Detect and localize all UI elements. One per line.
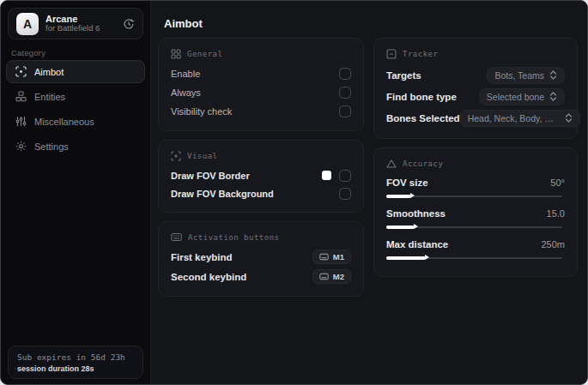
sidebar: A Arcane for Battlefield 6 Category (1, 1, 151, 384)
setting-row-draw-fov-background: Draw FOV Background (171, 184, 351, 202)
entities-icon (15, 91, 27, 102)
keybind-label: First keybind (171, 252, 312, 262)
sub-expires-text: Sub expires in 56d 23h (17, 352, 134, 362)
setting-label: Visibility check (171, 106, 339, 117)
category-label: Category (11, 48, 45, 57)
visual-card: Visual Draw FOV Border Draw FOV Backgrou… (158, 140, 364, 213)
first-keybind-button[interactable]: M1 (312, 250, 351, 264)
slider-value: 15.0 (547, 208, 565, 219)
unfold-icon (549, 70, 557, 80)
targets-select[interactable]: Bots, Teams (487, 67, 565, 84)
draw-fov-background-checkbox[interactable] (339, 188, 351, 200)
session-duration-text: session duration 28s (17, 364, 134, 373)
keybind-label: Second keybind (171, 272, 312, 282)
gear-icon (15, 141, 27, 152)
unfold-icon (549, 92, 557, 101)
color-swatch[interactable] (322, 171, 331, 180)
setting-row-visibility-check: Visibility check (171, 102, 351, 121)
brand-card: A Arcane for Battlefield 6 (8, 8, 143, 39)
slider-header: FOV size 50° (386, 174, 565, 191)
slider-block-max-distance: Max distance 250m (386, 236, 565, 261)
accuracy-card: Accuracy FOV size 50° Smoothness (373, 147, 578, 277)
keybind-row-first: First keybind M1 (171, 247, 351, 267)
sidebar-item-settings[interactable]: Settings (6, 135, 145, 158)
slider-fill[interactable] (386, 195, 411, 198)
slider-fill[interactable] (386, 226, 415, 229)
triangle-icon (386, 159, 397, 169)
card-title: Visual (187, 152, 218, 160)
grid-icon (171, 49, 181, 59)
draw-fov-border-checkbox[interactable] (339, 170, 351, 182)
slider-header: Max distance 250m (386, 236, 565, 253)
sidebar-item-entities[interactable]: Entities (6, 85, 145, 108)
setting-row-draw-fov-border: Draw FOV Border (171, 166, 351, 184)
sidebar-item-aimbot[interactable]: Aimbot (6, 60, 145, 83)
always-checkbox[interactable] (339, 87, 351, 99)
keyboard-icon (319, 253, 329, 261)
tracker-label: Targets (386, 70, 487, 81)
app-window: A Arcane for Battlefield 6 Category (0, 0, 588, 385)
sliders-icon (15, 116, 27, 127)
select-value: Head, Neck, Body, Pe.. (468, 113, 560, 123)
scan-box-icon (386, 49, 397, 59)
sidebar-item-miscellaneous[interactable]: Miscellaneous (6, 110, 145, 133)
tracker-label: Find bone type (386, 92, 479, 102)
card-title: Accuracy (403, 159, 443, 168)
keybind-row-second: Second keybind M2 (171, 267, 351, 286)
slider-value: 250m (541, 239, 565, 250)
card-title: General (187, 50, 222, 58)
left-column: General Enable Always Visibility check (158, 38, 364, 297)
slider-label: FOV size (386, 177, 550, 188)
smoothness-slider[interactable] (386, 224, 565, 230)
keybind-value: M1 (333, 252, 344, 262)
fov-size-slider[interactable] (386, 193, 565, 199)
sidebar-item-label: Aimbot (34, 67, 64, 77)
card-title: Tracker (403, 50, 438, 58)
main-content: Aimbot General Enab (151, 1, 587, 384)
brand-text: Arcane for Battlefield 6 (45, 14, 100, 34)
visual-card-header: Visual (171, 151, 351, 161)
tracker-row-find-bone-type: Find bone type Selected bone (386, 86, 565, 107)
find-bone-type-select[interactable]: Selected bone (479, 88, 565, 105)
card-title: Activation buttons (188, 233, 280, 242)
visibility-check-checkbox[interactable] (339, 105, 351, 117)
tracker-card: Tracker Targets Bots, Teams Find bone (373, 38, 578, 139)
activation-card: Activation buttons First keybind M1 (158, 221, 364, 297)
focus-plus-icon (171, 151, 181, 161)
select-value: Bots, Teams (494, 70, 544, 81)
sidebar-nav: Aimbot Entities (6, 60, 145, 158)
slider-label: Max distance (386, 239, 541, 250)
setting-label: Draw FOV Background (171, 189, 339, 199)
right-column: Tracker Targets Bots, Teams Find bone (373, 38, 578, 277)
page-title: Aimbot (164, 17, 203, 30)
bones-selected-select[interactable]: Head, Neck, Body, Pe.. (460, 110, 580, 127)
second-keybind-button[interactable]: M2 (312, 269, 351, 284)
refresh-icon[interactable] (123, 18, 135, 30)
keyboard-icon (319, 273, 329, 280)
tracker-card-header: Tracker (386, 49, 565, 59)
tracker-row-bones-selected: Bones Selected Head, Neck, Body, Pe.. (386, 107, 565, 129)
general-card: General Enable Always Visibility check (158, 38, 364, 131)
slider-label: Smoothness (386, 208, 547, 219)
activation-card-header: Activation buttons (171, 232, 351, 242)
keyboard-icon (171, 232, 182, 242)
keybind-value: M2 (333, 272, 344, 281)
enable-checkbox[interactable] (339, 68, 351, 80)
max-distance-slider[interactable] (386, 255, 565, 261)
unfold-icon (565, 113, 573, 123)
accuracy-card-header: Accuracy (386, 159, 565, 169)
slider-header: Smoothness 15.0 (386, 205, 565, 222)
tracker-row-targets: Targets Bots, Teams (386, 64, 565, 86)
subscription-info: Sub expires in 56d 23h session duration … (8, 346, 143, 379)
select-value: Selected bone (487, 92, 544, 102)
setting-row-always: Always (171, 83, 351, 102)
setting-label: Draw FOV Border (171, 171, 322, 181)
crosshair-icon (15, 66, 27, 77)
slider-fill[interactable] (386, 256, 426, 260)
sidebar-item-label: Miscellaneous (34, 117, 94, 127)
setting-label: Always (171, 87, 339, 98)
slider-block-smoothness: Smoothness 15.0 (386, 205, 565, 230)
sidebar-item-label: Settings (34, 141, 69, 152)
slider-value: 50° (550, 177, 565, 188)
app-logo: A (16, 13, 39, 35)
